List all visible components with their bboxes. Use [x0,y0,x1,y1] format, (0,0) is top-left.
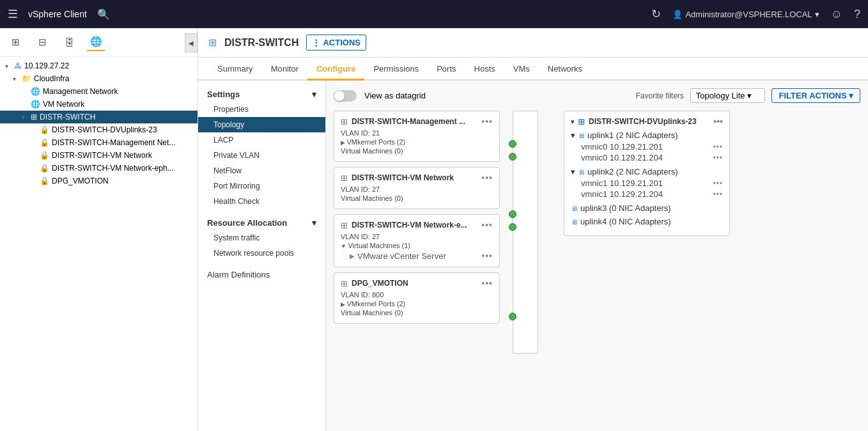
resource-chevron-icon: ▾ [312,218,316,228]
tree-item-vm-network-eph[interactable]: 🔒 DISTR-SWITCH-VM Network-eph... [0,162,198,175]
tree-item-management-network[interactable]: 🌐 Management Network [0,85,198,98]
sidebar-icon-network[interactable]: 🌐 [87,33,105,51]
actions-button[interactable]: ⋮ ACTIONS [306,35,366,51]
uplink-group-3: 🖥 uplink3 (0 NIC Adapters) [571,203,723,213]
topology-toolbar: View as datagrid [334,90,426,102]
sidebar-icon-database[interactable]: 🗄 [60,33,78,51]
help-icon[interactable]: ? [854,8,860,21]
uplink-entry-more[interactable]: ••• [713,190,723,199]
section-item-netflow[interactable]: NetFlow [198,163,325,178]
tab-ports[interactable]: Ports [428,59,465,81]
section-item-topology[interactable]: Topology [198,117,325,132]
uplink1-header[interactable]: ▾ 🖥 uplink1 (2 NIC Adapters) [571,130,723,140]
search-icon[interactable]: 🔍 [97,8,110,20]
switch-box [513,111,538,354]
uplink2-toggle: ▾ [571,167,575,176]
uplink4-header[interactable]: 🖥 uplink4 (0 NIC Adapters) [571,217,723,226]
vmkernel-ports-row[interactable]: VMkernel Ports (2) [341,300,493,308]
network-icon: 🌐 [31,100,40,109]
sidebar-icon-stack[interactable]: ⊟ [33,33,51,51]
uplink-entry-more[interactable]: ••• [713,179,723,188]
datacenter-icon: 🖧 [14,61,22,70]
virtual-machines-row-expanded[interactable]: Virtual Machines (1) [341,242,493,249]
section-item-properties[interactable]: Properties [198,102,325,117]
tab-monitor[interactable]: Monitor [262,59,307,81]
uplink-icon: 🖥 [571,205,578,212]
uplink-icon: 🖥 [578,132,585,139]
tree-item-vm-network2[interactable]: 🔒 DISTR-SWITCH-VM Network [0,149,198,162]
tree-item-mgmt-net2[interactable]: 🔒 DISTR-SWITCH-Management Net... [0,136,198,149]
sidebar-icon-layout[interactable]: ⊞ [6,33,24,51]
play-icon[interactable]: ▶ [350,253,355,260]
topology-canvas: ⊞ DISTR-SWITCH-Management ... ••• VLAN I… [334,111,860,423]
portgroup-card-icon: ⊞ [341,279,348,288]
uplinks-more-button[interactable]: ••• [713,116,723,127]
smiley-icon[interactable]: ☺ [831,8,842,21]
sidebar-toolbar: ⊞ ⊟ 🗄 🌐 [0,28,198,57]
section-item-port-mirroring[interactable]: Port Mirroring [198,178,325,194]
tabs-bar: Summary Monitor Configure Permissions Po… [198,58,868,81]
menu-icon[interactable]: ☰ [8,7,18,21]
vmkernel-ports-row[interactable]: VMkernel Ports (2) [341,138,493,146]
tree-item-dpg-vmotion[interactable]: 🔒 DPG_VMOTION [0,175,198,187]
topbar-right: ↻ 👤 Administrator@VSPHERE.LOCAL ▾ ☺ ? [651,7,860,21]
tree-item-vm-network[interactable]: 🌐 VM Network [0,98,198,111]
uplink-icon: 🖥 [571,218,578,226]
pg-more-button[interactable]: ••• [481,220,493,230]
filter-actions-button[interactable]: FILTER ACTIONS ▾ [771,88,860,103]
topology-area: View as datagrid Favorite filters Topolo… [326,81,868,431]
pg-card-header: ⊞ DISTR-SWITCH-VM Network ••• [341,173,493,183]
connector-dot-1 [509,140,516,148]
tree-toggle: ▾ [5,63,14,70]
pg-more-button[interactable]: ••• [481,116,493,127]
user-menu[interactable]: 👤 Administrator@VSPHERE.LOCAL ▾ [672,10,819,19]
sidebar: ◀ ⊞ ⊟ 🗄 🌐 ▾ 🖧 10.129.27.22 ▾ 📁 CloudInfr… [0,28,198,431]
tree: ▾ 🖧 10.129.27.22 ▾ 📁 CloudInfra 🌐 Manage… [0,57,198,190]
resource-allocation-section-header[interactable]: Resource Allocation ▾ [198,214,325,230]
uplinks-icon: ⊞ [578,117,585,127]
section-item-lacp[interactable]: LACP [198,132,325,148]
connector-dot-2 [509,153,516,161]
tree-toggle: ▾ [22,114,31,121]
vlan-id-row: VLAN ID: 21 [341,129,493,137]
tree-item-10.129.27.22[interactable]: ▾ 🖧 10.129.27.22 [0,59,198,72]
topology-filter-dropdown[interactable]: Topology Lite ▾ [690,88,766,103]
pg-more-button[interactable]: ••• [481,173,493,183]
tree-item-dvuplinks[interactable]: 🔒 DISTR-SWITCH-DVUplinks-23 [0,123,198,136]
tab-summary[interactable]: Summary [208,59,262,81]
section-item-system-traffic[interactable]: System traffic [198,230,325,246]
tab-permissions[interactable]: Permissions [364,59,428,81]
tab-networks[interactable]: Networks [539,59,591,81]
switch-icon: ⊞ [31,113,37,121]
connector-dot-5 [509,313,516,320]
uplink-entry-more[interactable]: ••• [713,153,723,162]
tree-item-cloudinfra[interactable]: ▾ 📁 CloudInfra [0,72,198,85]
pg-card-mgmt: ⊞ DISTR-SWITCH-Management ... ••• VLAN I… [334,111,500,162]
datagrid-toggle[interactable] [334,90,357,102]
pg-more-button[interactable]: ••• [481,278,493,288]
vm-more-button[interactable]: ••• [481,251,493,261]
uplink-entry-more[interactable]: ••• [713,143,723,152]
uplink3-header[interactable]: 🖥 uplink3 (0 NIC Adapters) [571,203,723,213]
section-item-health-check[interactable]: Health Check [198,194,325,209]
uplink2-header[interactable]: ▾ 🖥 uplink2 (2 NIC Adapters) [571,167,723,176]
switch-title: DISTR-SWITCH [224,37,298,49]
alarm-section-header[interactable]: Alarm Definitions [198,266,325,282]
portgroup-card-icon: ⊞ [341,173,348,183]
sidebar-collapse-button[interactable]: ◀ [185,33,198,52]
tree-item-distr-switch[interactable]: ▾ ⊞ DISTR-SWITCH [0,111,198,123]
tab-configure[interactable]: Configure [307,59,364,81]
portgroup-icon: 🔒 [40,138,49,147]
section-item-private-vlan[interactable]: Private VLAN [198,148,325,163]
uplink1-entry2: vmnic0 10.129.21.204 ••• [571,152,723,163]
section-item-network-resource-pools[interactable]: Network resource pools [198,246,325,261]
vlan-id-row: VLAN ID: 800 [341,291,493,299]
tab-vms[interactable]: VMs [504,59,539,81]
uplink-icon: 🖥 [578,168,585,176]
settings-section-header[interactable]: Settings ▾ [198,86,325,102]
tab-hosts[interactable]: Hosts [465,59,504,81]
refresh-icon[interactable]: ↻ [651,7,661,21]
uplinks-header: ▾ ⊞ DISTR-SWITCH-DVUplinks-23 ••• [571,116,723,127]
uplink-group-4: 🖥 uplink4 (0 NIC Adapters) [571,217,723,226]
dropdown-chevron-icon: ▾ [747,91,752,100]
